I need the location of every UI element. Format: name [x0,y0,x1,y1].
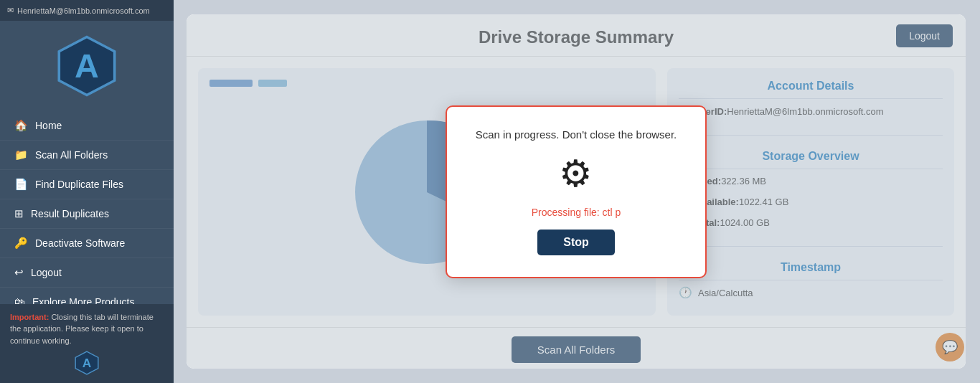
copy-icon: ⊞ [14,207,24,220]
email-icon [7,6,14,15]
sidebar-nav: 🏠 Home 📁 Scan All Folders 📄 Find Duplica… [0,111,174,316]
svg-text:A: A [75,47,99,85]
svg-text:A: A [83,356,92,370]
sidebar-item-deactivate-software[interactable]: 🔑 Deactivate Software [0,229,174,258]
sidebar-bottom: Important: Closing this tab will termina… [0,304,174,384]
gear-spinning-icon: ⚙ [559,152,593,195]
sidebar-important-text: Important: Closing this tab will termina… [10,311,164,347]
key-icon: 🔑 [14,237,28,250]
sidebar-bottom-logo: A [10,350,164,376]
modal-processing-text: Processing file: ctl p [532,207,621,218]
sidebar-item-find-duplicate-files[interactable]: 📄 Find Duplicate Files [0,170,174,199]
modal-title: Scan in progress. Don't close the browse… [476,128,677,141]
scan-progress-modal: Scan in progress. Don't close the browse… [446,105,707,278]
sidebar: HenriettaM@6lm1bb.onmicrosoft.com A 🏠 Ho… [0,0,174,383]
file-icon: 📄 [14,178,28,191]
sidebar-item-scan-all-folders[interactable]: 📁 Scan All Folders [0,141,174,170]
sidebar-logo: A [55,34,119,98]
main-card: Drive Storage Summary Logout [187,14,966,369]
sidebar-item-result-duplicates[interactable]: ⊞ Result Duplicates [0,199,174,229]
home-icon: 🏠 [14,119,28,132]
logout-icon: ↩ [14,266,24,279]
stop-button[interactable]: Stop [537,230,615,255]
sidebar-item-logout[interactable]: ↩ Logout [0,258,174,288]
modal-overlay: Scan in progress. Don't close the browse… [187,14,966,369]
sidebar-item-home[interactable]: 🏠 Home [0,111,174,141]
sidebar-email: HenriettaM@6lm1bb.onmicrosoft.com [0,0,174,21]
folder-icon: 📁 [14,148,28,161]
main-content: Drive Storage Summary Logout [174,0,980,383]
